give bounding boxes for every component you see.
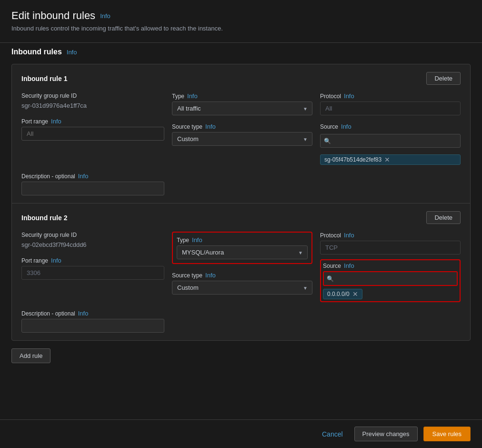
rule1-description-label: Description - optional Info <box>21 173 461 180</box>
rule2-source-label: Source Info <box>323 262 458 269</box>
rule2-type-label: Type Info <box>177 236 308 244</box>
rule2-source-type-info-link[interactable]: Info <box>205 272 216 279</box>
rule2-description-label: Description - optional Info <box>21 310 461 317</box>
rule2-title: Inbound rule 2 <box>21 214 67 222</box>
rule1-grid: Security group rule ID sgr-031d9976a4e1f… <box>21 92 461 165</box>
rule2-source-info-link[interactable]: Info <box>344 262 354 269</box>
rule2-sg-id-group: Security group rule ID sgr-02ebcd3f7f94c… <box>21 232 164 249</box>
page-subtitle: Inbound rules control the incoming traff… <box>11 25 471 32</box>
page-title-text: Edit inbound rules <box>11 10 95 22</box>
rule1-col1: Security group rule ID sgr-031d9976a4e1f… <box>21 92 164 141</box>
rule1-header: Inbound rule 1 Delete <box>21 72 461 85</box>
section-header: Inbound rules Info <box>11 48 471 56</box>
rule1-source-search-wrapper: 🔍 <box>320 134 461 148</box>
rule1-type-info-link[interactable]: Info <box>187 92 198 100</box>
rule1-protocol-info-link[interactable]: Info <box>344 92 354 100</box>
page-title: Edit inbound rules Info <box>11 10 471 22</box>
page-title-info-link[interactable]: Info <box>100 12 110 20</box>
rule1-source-type-select[interactable]: Custom <box>172 132 312 146</box>
rule2-source-type-label: Source type Info <box>172 272 312 279</box>
rules-panel: Inbound rule 1 Delete Security group rul… <box>11 64 471 341</box>
rule1-sg-id-label: Security group rule ID <box>21 92 164 99</box>
rule1-port-info-link[interactable]: Info <box>51 118 61 125</box>
rule2-port-info-link[interactable]: Info <box>51 257 61 264</box>
rule1-type-group: Type Info All traffic ▼ <box>172 92 312 115</box>
rule2-sg-id-value: sgr-02ebcd3f7f94cddd6 <box>21 240 164 249</box>
rule2-type-select[interactable]: MYSQL/Aurora <box>177 245 308 259</box>
add-rule-button[interactable]: Add rule <box>11 348 50 363</box>
rule1-port-group: Port range Info <box>21 118 164 141</box>
rule1-port-input[interactable] <box>21 127 164 141</box>
rule2-description-row: Description - optional Info <box>21 310 461 333</box>
rule1-title: Inbound rule 1 <box>21 75 67 82</box>
rule1-protocol-label: Protocol Info <box>320 92 461 100</box>
rule1-source-tag: sg-05f47b514de2fef83 ✕ <box>320 154 461 165</box>
rule1-protocol-input <box>320 102 461 115</box>
rule2-source-tag-value: 0.0.0.0/0 <box>327 291 350 297</box>
rule1-type-label: Type Info <box>172 92 312 100</box>
rule2-source-tag: 0.0.0.0/0 ✕ <box>323 289 362 299</box>
rule1-source-type-select-wrapper: Custom ▼ <box>172 132 312 146</box>
rule1-source-tag-remove[interactable]: ✕ <box>384 156 390 163</box>
rule2-header: Inbound rule 2 Delete <box>21 211 461 224</box>
cancel-button[interactable]: Cancel <box>316 428 349 441</box>
rule2-sg-id-label: Security group rule ID <box>21 232 164 238</box>
rule1-source-info-link[interactable]: Info <box>341 123 351 130</box>
section-info-link[interactable]: Info <box>67 49 77 56</box>
rule2-delete-button[interactable]: Delete <box>426 211 461 224</box>
rule2-type-group-highlighted: Type Info MYSQL/Aurora ▼ <box>172 232 312 264</box>
rule1-source-tag-value: sg-05f47b514de2fef83 <box>324 156 382 163</box>
rule1-sg-id-group: Security group rule ID sgr-031d9976a4e1f… <box>21 92 164 110</box>
rule2-section: Inbound rule 2 Delete Security group rul… <box>12 204 470 340</box>
main-section: Inbound rules Info Inbound rule 1 Delete… <box>0 48 482 375</box>
rule1-search-icon: 🔍 <box>324 138 331 144</box>
rule1-description-info-link[interactable]: Info <box>78 173 89 180</box>
rule1-source-label: Source Info <box>320 123 461 130</box>
rule1-delete-button[interactable]: Delete <box>426 72 461 85</box>
rule2-source-type-select-wrapper: Custom ▼ <box>172 281 312 295</box>
rule1-col3: Protocol Info Source Info 🔍 <box>320 92 461 165</box>
rule2-source-search-wrapper: 🔍 <box>323 271 458 286</box>
rule2-source-type-group: Source type Info Custom ▼ <box>172 272 312 295</box>
rule1-source-type-info-link[interactable]: Info <box>205 123 216 130</box>
rule1-source-search-input[interactable] <box>320 134 461 148</box>
rule2-col3: Protocol Info Source Info 🔍 <box>320 232 461 302</box>
rule2-type-select-wrapper: MYSQL/Aurora ▼ <box>177 245 308 259</box>
page-header: Edit inbound rules Info Inbound rules co… <box>0 0 482 38</box>
rule2-protocol-group: Protocol Info <box>320 232 461 255</box>
rule1-protocol-group: Protocol Info <box>320 92 461 115</box>
rule2-description-input[interactable] <box>21 319 164 333</box>
rule2-source-highlighted: Source Info 🔍 0.0.0.0/0 ✕ <box>320 259 461 302</box>
rule2-col2: Type Info MYSQL/Aurora ▼ <box>172 232 312 295</box>
rule1-col2: Type Info All traffic ▼ <box>172 92 312 146</box>
footer-bar: Cancel Preview changes Save rules <box>0 419 482 448</box>
rule2-source-type-select[interactable]: Custom <box>172 281 312 295</box>
rule1-source-type-label: Source type Info <box>172 123 312 130</box>
rule1-type-select-wrapper: All traffic ▼ <box>172 102 312 115</box>
rule1-source-type-group: Source type Info Custom ▼ <box>172 123 312 146</box>
save-rules-button[interactable]: Save rules <box>423 427 471 441</box>
rule1-source-group: Source Info 🔍 sg-05f47b514de2fef83 ✕ <box>320 123 461 165</box>
rule1-description-input[interactable] <box>21 182 164 195</box>
rule2-description-info-link[interactable]: Info <box>78 310 89 317</box>
header-divider <box>0 42 482 43</box>
rule2-source-search-input[interactable] <box>323 271 458 286</box>
rule2-port-group: Port range Info <box>21 257 164 280</box>
rule2-port-input <box>21 266 164 280</box>
rule2-protocol-input <box>320 241 461 255</box>
rule2-col1: Security group rule ID sgr-02ebcd3f7f94c… <box>21 232 164 280</box>
rule2-source-tag-remove[interactable]: ✕ <box>352 291 358 297</box>
preview-changes-button[interactable]: Preview changes <box>354 427 418 441</box>
rule1-section: Inbound rule 1 Delete Security group rul… <box>12 64 470 204</box>
rule2-protocol-info-link[interactable]: Info <box>344 232 354 239</box>
rule2-grid: Security group rule ID sgr-02ebcd3f7f94c… <box>21 232 461 302</box>
rule2-protocol-label: Protocol Info <box>320 232 461 239</box>
rule1-port-label: Port range Info <box>21 118 164 125</box>
rule1-description-row: Description - optional Info <box>21 173 461 195</box>
rule2-type-info-link[interactable]: Info <box>192 236 202 244</box>
rule2-search-icon: 🔍 <box>327 275 334 282</box>
rule2-port-label: Port range Info <box>21 257 164 264</box>
section-heading: Inbound rules <box>11 48 62 56</box>
rule1-sg-id-value: sgr-031d9976a4e1ff7ca <box>21 101 164 110</box>
rule1-type-select[interactable]: All traffic <box>172 102 312 115</box>
